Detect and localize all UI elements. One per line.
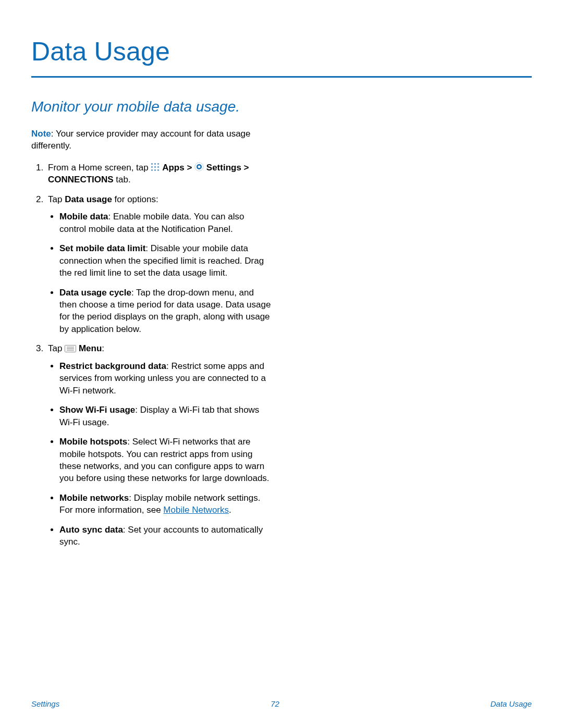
svg-rect-5 [157, 166, 159, 168]
step-2-post: for options: [112, 194, 158, 204]
footer-center: 72 [271, 699, 279, 708]
step-1: From a Home screen, tap Apps > [46, 162, 271, 186]
bullet-set-limit: Set mobile data limit: Disable your mobi… [59, 242, 271, 279]
bullet-wifi: Show Wi-Fi usage: Display a Wi-Fi tab th… [59, 404, 271, 428]
svg-rect-7 [154, 169, 156, 171]
apps-icon [151, 163, 160, 171]
footer-right: Data Usage [491, 699, 532, 708]
autosync-b: Auto sync data [59, 525, 123, 535]
note-text: : Your service provider may account for … [31, 129, 251, 151]
settings-label: Settings [206, 163, 241, 172]
gt1: > [185, 163, 194, 172]
settings-icon [194, 162, 204, 171]
svg-rect-4 [154, 166, 156, 168]
hotspots-b: Mobile hotspots [59, 437, 127, 447]
connections-label: CONNECTIONS [48, 175, 114, 184]
step-1-pre: From a Home screen, tap [48, 163, 151, 172]
step-3: Tap Menu: Restrict background data: Rest… [46, 342, 271, 548]
bullet-hotspots: Mobile hotspots: Select Wi-Fi networks t… [59, 436, 271, 485]
step-3-pre: Tap [48, 343, 65, 353]
tab-label: tab. [114, 175, 131, 184]
cycle-b: Data usage cycle [59, 288, 131, 298]
restrict-b: Restrict background data [59, 361, 166, 371]
data-usage-label: Data usage [65, 194, 112, 204]
bullet-cycle: Data usage cycle: Tap the drop-down menu… [59, 287, 271, 336]
footer-left: Settings [31, 699, 59, 708]
menu-label: Menu [79, 343, 102, 353]
networks-b: Mobile networks [59, 493, 129, 503]
mobile-data-b: Mobile data [59, 212, 108, 221]
svg-rect-1 [154, 163, 156, 165]
page-footer: Settings 72 Data Usage [31, 699, 532, 708]
bullet-mobile-data: Mobile data: Enable mobile data. You can… [59, 211, 271, 235]
page-title: Data Usage [31, 36, 532, 67]
step-2: Tap Data usage for options: Mobile data:… [46, 193, 271, 336]
bullet-restrict: Restrict background data: Restrict some … [59, 360, 271, 397]
step-3-post: : [102, 343, 104, 353]
subtitle: Monitor your mobile data usage. [31, 98, 532, 115]
svg-rect-3 [151, 166, 153, 168]
title-rule [31, 76, 532, 78]
step-2-pre: Tap [48, 194, 65, 204]
mobile-networks-link[interactable]: Mobile Networks [163, 505, 229, 515]
bullet-networks: Mobile networks: Display mobile network … [59, 492, 271, 516]
svg-rect-8 [157, 169, 159, 171]
networks-after: . [229, 505, 231, 515]
note-paragraph: Note: Your service provider may account … [31, 128, 271, 152]
svg-rect-0 [151, 163, 153, 165]
svg-point-11 [198, 165, 201, 168]
wifi-b: Show Wi-Fi usage [59, 405, 135, 415]
svg-rect-2 [157, 163, 159, 165]
menu-icon [65, 345, 76, 352]
bullet-autosync: Auto sync data: Set your accounts to aut… [59, 524, 271, 548]
set-limit-b: Set mobile data limit [59, 243, 145, 253]
svg-rect-6 [151, 169, 153, 171]
gt2: > [241, 163, 249, 172]
note-label: Note [31, 129, 51, 139]
apps-label: Apps [162, 163, 185, 172]
